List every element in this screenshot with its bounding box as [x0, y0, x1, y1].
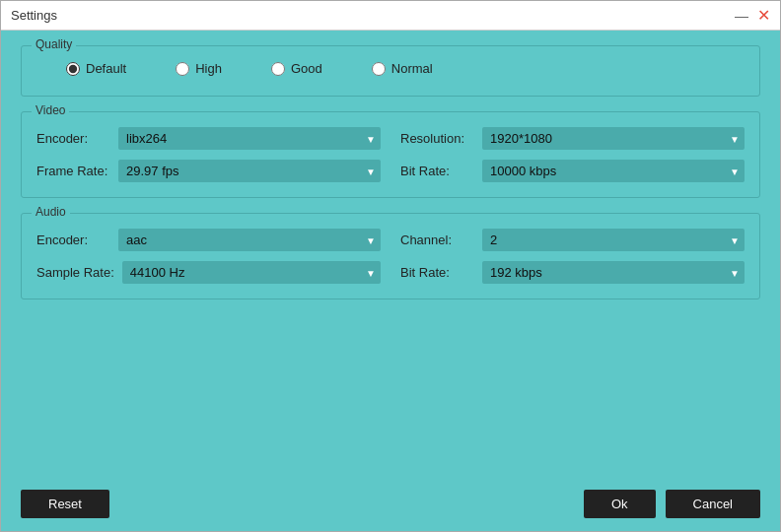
- audio-group-label: Audio: [32, 205, 70, 219]
- quality-high-option[interactable]: High: [176, 61, 222, 76]
- audio-group: Audio Encoder: aac ▼ Channel: 2: [21, 213, 760, 299]
- video-framerate-wrapper: 29.97 fps ▼: [118, 160, 381, 182]
- video-resolution-row: Resolution: 1920*1080 ▼: [400, 127, 745, 150]
- title-bar: Settings — ✕: [1, 1, 780, 31]
- footer-left: Reset: [21, 490, 584, 518]
- video-form-grid: Encoder: libx264 ▼ Resolution: 1920*1080: [36, 127, 745, 182]
- quality-group: Quality Default High Good Normal: [21, 45, 760, 97]
- video-framerate-label: Frame Rate:: [36, 164, 110, 178]
- audio-samplerate-row: Sample Rate: 44100 Hz ▼: [36, 261, 381, 284]
- audio-samplerate-label: Sample Rate:: [36, 265, 114, 280]
- audio-channel-row: Channel: 2 ▼: [400, 229, 745, 251]
- minimize-button[interactable]: —: [735, 9, 748, 23]
- quality-normal-option[interactable]: Normal: [372, 61, 433, 76]
- title-bar-controls: — ✕: [735, 9, 770, 23]
- quality-options-row: Default High Good Normal: [36, 56, 745, 81]
- video-bitrate-select[interactable]: 10000 kbps: [482, 160, 745, 182]
- window-title: Settings: [11, 8, 57, 23]
- quality-normal-radio[interactable]: [372, 62, 386, 76]
- video-group: Video Encoder: libx264 ▼ Resolution:: [21, 111, 760, 198]
- ok-button[interactable]: Ok: [584, 490, 656, 518]
- audio-channel-select[interactable]: 2: [482, 229, 745, 251]
- video-resolution-select[interactable]: 1920*1080: [482, 127, 745, 150]
- quality-good-label: Good: [291, 61, 322, 76]
- audio-encoder-row: Encoder: aac ▼: [36, 229, 381, 251]
- video-bitrate-label: Bit Rate:: [400, 164, 474, 178]
- quality-group-label: Quality: [32, 37, 76, 51]
- audio-encoder-select[interactable]: aac: [118, 229, 381, 251]
- quality-good-option[interactable]: Good: [271, 61, 322, 76]
- audio-encoder-label: Encoder:: [36, 233, 110, 247]
- video-framerate-select[interactable]: 29.97 fps: [118, 160, 381, 182]
- quality-default-label: Default: [86, 61, 126, 76]
- video-framerate-row: Frame Rate: 29.97 fps ▼: [36, 160, 381, 182]
- audio-bitrate-wrapper: 192 kbps ▼: [482, 261, 745, 284]
- video-resolution-wrapper: 1920*1080 ▼: [482, 127, 745, 150]
- audio-bitrate-row: Bit Rate: 192 kbps ▼: [400, 261, 745, 284]
- video-group-label: Video: [32, 103, 69, 117]
- audio-samplerate-select[interactable]: 44100 Hz: [122, 261, 381, 284]
- audio-samplerate-wrapper: 44100 Hz ▼: [122, 261, 381, 284]
- quality-normal-label: Normal: [391, 61, 433, 76]
- video-encoder-select[interactable]: libx264: [118, 127, 381, 150]
- audio-encoder-wrapper: aac ▼: [118, 229, 381, 251]
- main-content: Quality Default High Good Normal: [1, 31, 780, 477]
- quality-good-radio[interactable]: [271, 62, 285, 76]
- audio-bitrate-select[interactable]: 192 kbps: [482, 261, 745, 284]
- footer: Reset Ok Cancel: [1, 477, 780, 531]
- settings-window: Settings — ✕ Quality Default High: [0, 0, 781, 532]
- video-encoder-label: Encoder:: [36, 131, 110, 146]
- quality-default-radio[interactable]: [66, 62, 80, 76]
- video-encoder-wrapper: libx264 ▼: [118, 127, 381, 150]
- reset-button[interactable]: Reset: [21, 490, 109, 518]
- audio-channel-wrapper: 2 ▼: [482, 229, 745, 251]
- video-bitrate-row: Bit Rate: 10000 kbps ▼: [400, 160, 745, 182]
- quality-high-radio[interactable]: [176, 62, 189, 76]
- video-resolution-label: Resolution:: [400, 131, 474, 146]
- video-encoder-row: Encoder: libx264 ▼: [36, 127, 381, 150]
- quality-high-label: High: [195, 61, 222, 76]
- footer-right: Ok Cancel: [584, 490, 760, 518]
- video-bitrate-wrapper: 10000 kbps ▼: [482, 160, 745, 182]
- audio-channel-label: Channel:: [400, 233, 474, 247]
- audio-form-grid: Encoder: aac ▼ Channel: 2 ▼: [36, 229, 745, 284]
- cancel-button[interactable]: Cancel: [666, 490, 760, 518]
- audio-bitrate-label: Bit Rate:: [400, 265, 474, 280]
- quality-default-option[interactable]: Default: [66, 61, 126, 76]
- close-button[interactable]: ✕: [756, 9, 770, 23]
